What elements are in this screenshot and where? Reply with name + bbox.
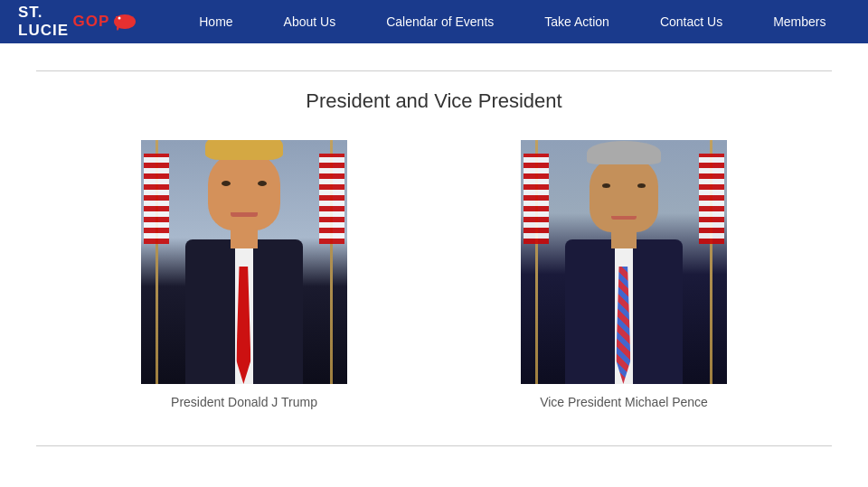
nav-link-members[interactable]: Members xyxy=(748,0,851,43)
logo-text-gop: GOP xyxy=(72,13,109,31)
nav-links: Home About Us Calendar of Events Take Ac… xyxy=(174,0,851,43)
top-divider xyxy=(36,70,832,71)
nav-link-contact[interactable]: Contact Us xyxy=(635,0,748,43)
trump-hair xyxy=(205,140,283,160)
president-trump-card: President Donald J Trump xyxy=(127,140,362,409)
trump-mouth xyxy=(231,212,258,217)
nav-item-home[interactable]: Home xyxy=(174,0,258,43)
trump-name: President Donald J Trump xyxy=(171,395,317,409)
trump-flag-left xyxy=(141,140,173,384)
trump-figure xyxy=(176,158,312,384)
nav-item-contact[interactable]: Contact Us xyxy=(635,0,748,43)
flag-cloth-right xyxy=(319,154,344,244)
pence-eye-right xyxy=(637,183,646,188)
presidents-row: President Donald J Trump xyxy=(36,140,832,409)
pence-flag-cloth-left xyxy=(524,154,549,244)
pence-mouth xyxy=(611,216,637,220)
nav-link-home[interactable]: Home xyxy=(174,0,258,43)
trump-eye-left xyxy=(222,181,231,186)
elephant-icon xyxy=(112,13,137,31)
pence-photo xyxy=(521,140,727,384)
bottom-divider xyxy=(36,445,832,446)
pence-hair xyxy=(587,141,661,164)
trump-flag-right xyxy=(316,140,347,384)
nav-link-about[interactable]: About Us xyxy=(259,0,362,43)
main-content: President and Vice President xyxy=(0,43,868,487)
main-nav: ST. LUCIE GOP Home About Us Calendar of … xyxy=(0,0,868,43)
nav-link-action[interactable]: Take Action xyxy=(519,0,635,43)
trump-photo xyxy=(141,140,347,384)
pence-flag-cloth-right xyxy=(699,154,724,244)
pence-name: Vice President Michael Pence xyxy=(540,395,708,409)
president-pence-card: Vice President Michael Pence xyxy=(506,140,741,409)
nav-item-action[interactable]: Take Action xyxy=(519,0,635,43)
nav-item-about[interactable]: About Us xyxy=(259,0,362,43)
pence-figure xyxy=(556,154,692,384)
logo-elephant-container xyxy=(112,13,137,31)
nav-item-calendar[interactable]: Calendar of Events xyxy=(361,0,519,43)
nav-item-members[interactable]: Members xyxy=(748,0,851,43)
logo-text-st: ST. LUCIE xyxy=(18,4,69,40)
nav-link-calendar[interactable]: Calendar of Events xyxy=(361,0,519,43)
flag-cloth-left xyxy=(144,154,169,244)
trump-face xyxy=(208,154,280,230)
site-logo[interactable]: ST. LUCIE GOP xyxy=(18,4,137,40)
pence-face xyxy=(590,158,658,232)
trump-eye-right xyxy=(258,181,267,186)
svg-point-2 xyxy=(118,17,121,20)
pence-flag-right xyxy=(695,140,727,384)
pence-flag-left xyxy=(521,140,552,384)
section-title: President and Vice President xyxy=(36,89,832,113)
pence-eye-left xyxy=(602,183,610,188)
